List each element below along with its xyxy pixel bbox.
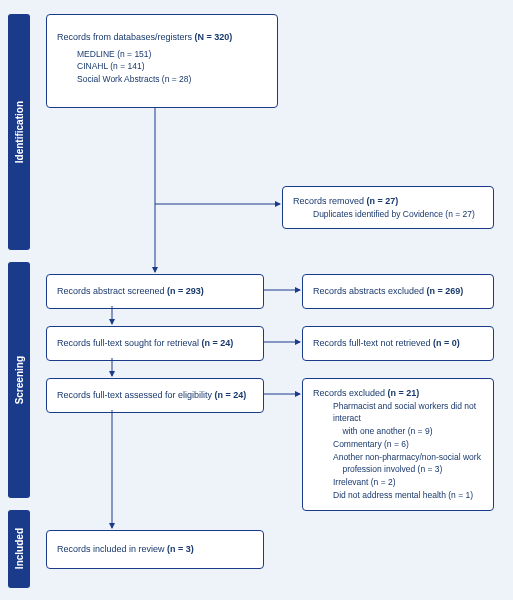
- list-item: Another non-pharmacy/non-social work: [333, 451, 483, 464]
- list-item: CINAHL (n = 141): [77, 60, 267, 73]
- list-item: Social Work Abstracts (n = 28): [77, 73, 267, 86]
- box-sources: Records from databases/registers (N = 32…: [46, 14, 278, 108]
- n: (n = 24): [202, 338, 234, 348]
- list-item: Irrelevant (n = 2): [333, 476, 483, 489]
- box-records-removed: Records removed (n = 27) Duplicates iden…: [282, 186, 494, 229]
- box-fulltext-sought: Records full-text sought for retrieval (…: [46, 326, 264, 361]
- text: Records abstracts excluded: [313, 286, 427, 296]
- text: Records included in review: [57, 544, 167, 554]
- text: Records full-text assessed for eligibili…: [57, 390, 215, 400]
- box-abstract-screened: Records abstract screened (n = 293): [46, 274, 264, 309]
- title-text: Records removed: [293, 196, 367, 206]
- list-item: Pharmacist and social workers did not in…: [333, 400, 483, 426]
- box-records-excluded: Records excluded (n = 21) Pharmacist and…: [302, 378, 494, 511]
- list-item: MEDLINE (n = 151): [77, 48, 267, 61]
- title-n: (N = 320): [195, 32, 233, 42]
- text: Records full-text not retrieved: [313, 338, 433, 348]
- box-included: Records included in review (n = 3): [46, 530, 264, 569]
- list-item: profession involved (n = 3): [333, 463, 483, 476]
- title-n: (n = 21): [388, 388, 420, 398]
- n: (n = 0): [433, 338, 460, 348]
- title-text: Records excluded: [313, 388, 388, 398]
- text: Records abstract screened: [57, 286, 167, 296]
- n: (n = 24): [215, 390, 247, 400]
- n: (n = 3): [167, 544, 194, 554]
- list-item: with one another (n = 9): [333, 425, 483, 438]
- box-fulltext-assessed: Records full-text assessed for eligibili…: [46, 378, 264, 413]
- n: (n = 293): [167, 286, 204, 296]
- list-item: Commentary (n = 6): [333, 438, 483, 451]
- box-title: Records excluded (n = 21): [313, 387, 483, 400]
- stage-included: Included: [8, 510, 30, 588]
- stage-identification: Identification: [8, 14, 30, 250]
- list-item: Did not address mental health (n = 1): [333, 489, 483, 502]
- box-title: Records removed (n = 27): [293, 195, 483, 208]
- title-text: Records from databases/registers: [57, 32, 195, 42]
- list-item: Duplicates identified by Covidence (n = …: [313, 208, 483, 221]
- stage-screening: Screening: [8, 262, 30, 498]
- box-fulltext-not-retrieved: Records full-text not retrieved (n = 0): [302, 326, 494, 361]
- text: Records full-text sought for retrieval: [57, 338, 202, 348]
- stage-label: Screening: [14, 356, 25, 404]
- stage-label: Identification: [14, 101, 25, 163]
- box-abstract-excluded: Records abstracts excluded (n = 269): [302, 274, 494, 309]
- n: (n = 269): [427, 286, 464, 296]
- stage-label: Included: [14, 528, 25, 569]
- title-n: (n = 27): [367, 196, 399, 206]
- box-title: Records from databases/registers (N = 32…: [57, 31, 267, 44]
